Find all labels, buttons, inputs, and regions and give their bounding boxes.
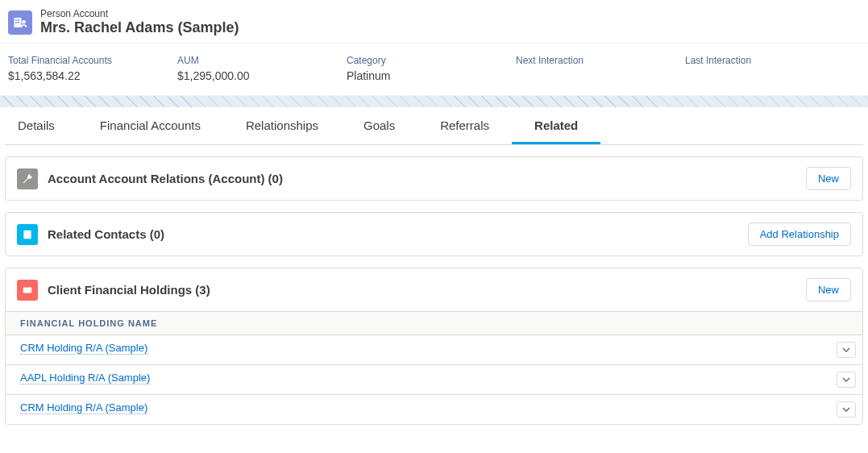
tab-referrals[interactable]: Referrals [417, 107, 512, 144]
holding-link[interactable]: AAPL Holding R/A (Sample) [20, 372, 150, 384]
column-header-financial-holding-name: Financial Holding Name [6, 311, 862, 335]
card-title: Client Financial Holdings (3) [48, 283, 806, 297]
svg-point-1 [22, 20, 26, 24]
table-row: AAPL Holding R/A (Sample) [6, 365, 862, 395]
table-row: CRM Holding R/A (Sample) [6, 395, 862, 424]
tab-bar: Details Financial Accounts Relationships… [5, 107, 863, 145]
svg-rect-5 [18, 22, 19, 23]
kpi-label: Category [347, 55, 459, 66]
chevron-down-icon [842, 347, 850, 352]
svg-rect-2 [15, 19, 17, 21]
chevron-down-icon [842, 377, 850, 382]
kpi-value: $1,563,584.22 [8, 69, 121, 82]
card-client-financial-holdings: Client Financial Holdings (3) New Financ… [5, 268, 863, 425]
record-header: Person Account Mrs. Rachel Adams (Sample… [0, 0, 868, 43]
kpi-value: $1,295,000.00 [177, 69, 290, 82]
kpi-label: Total Financial Accounts [8, 55, 121, 66]
kpi-value: Platinum [347, 69, 459, 82]
tab-relationships[interactable]: Relationships [223, 107, 341, 144]
tab-related[interactable]: Related [512, 107, 600, 144]
card-title: Account Account Relations (Account) (0) [48, 172, 806, 185]
svg-rect-6 [23, 230, 31, 239]
wrench-icon [17, 168, 38, 189]
svg-rect-3 [18, 19, 19, 21]
holding-link[interactable]: CRM Holding R/A (Sample) [20, 342, 147, 355]
new-holding-button[interactable]: New [806, 278, 851, 301]
row-menu-button[interactable] [837, 372, 856, 388]
kpi-category: Category Platinum [347, 55, 459, 82]
kpi-label: Last Interaction [685, 55, 798, 66]
contact-icon [17, 224, 38, 245]
card-account-relations: Account Account Relations (Account) (0) … [5, 156, 863, 201]
svg-rect-7 [23, 287, 32, 293]
chevron-down-icon [842, 407, 850, 412]
person-account-icon [8, 10, 32, 35]
kpi-last-interaction: Last Interaction [685, 55, 798, 82]
holding-link[interactable]: CRM Holding R/A (Sample) [20, 401, 147, 414]
tab-details[interactable]: Details [5, 107, 77, 144]
tab-financial-accounts[interactable]: Financial Accounts [77, 107, 223, 144]
kpi-row: Total Financial Accounts $1,563,584.22 A… [0, 43, 868, 96]
add-relationship-button[interactable]: Add Relationship [748, 222, 851, 246]
kpi-label: AUM [177, 55, 290, 66]
kpi-next-interaction: Next Interaction [516, 55, 629, 82]
new-relation-button[interactable]: New [806, 167, 851, 190]
holdings-icon [17, 280, 38, 301]
svg-rect-4 [15, 22, 17, 23]
background-pattern [0, 96, 868, 107]
row-menu-button[interactable] [837, 401, 856, 418]
row-menu-button[interactable] [837, 342, 856, 358]
tab-goals[interactable]: Goals [341, 107, 417, 144]
card-title: Related Contacts (0) [48, 227, 748, 241]
table-row: CRM Holding R/A (Sample) [6, 335, 862, 365]
record-title: Mrs. Rachel Adams (Sample) [40, 19, 239, 36]
record-type-label: Person Account [40, 8, 239, 19]
card-related-contacts: Related Contacts (0) Add Relationship [5, 212, 863, 256]
kpi-label: Next Interaction [516, 55, 629, 66]
kpi-aum: AUM $1,295,000.00 [177, 55, 290, 82]
kpi-total-financial-accounts: Total Financial Accounts $1,563,584.22 [8, 55, 121, 82]
